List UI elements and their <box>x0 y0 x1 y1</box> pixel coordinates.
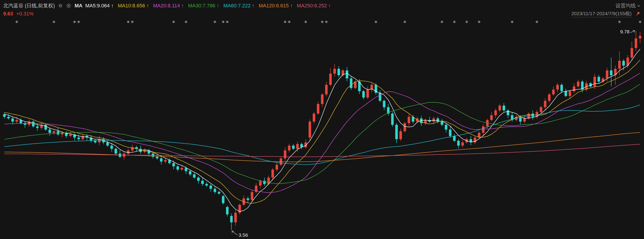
candlestick-chart[interactable]: 3.569.78 <box>0 0 644 239</box>
ma-legend-MA20: MA20:8.114 ↑ <box>153 3 184 9</box>
ma-legend-MA5: MA5:9.064 ↑ <box>85 3 114 9</box>
ma-legend-MA60: MA60:7.222 ↑ <box>223 3 254 9</box>
pin-icon[interactable] <box>635 11 641 17</box>
high-price-label: 9.78 <box>620 29 630 34</box>
close-circle-icon[interactable] <box>66 3 72 9</box>
low-price-label: 3.56 <box>238 232 248 237</box>
change-percent: +0.31% <box>16 11 34 17</box>
ma-line-MA120 <box>4 132 640 162</box>
date-range[interactable]: 2023/11/17-2024/7/9(155根) <box>572 10 632 17</box>
price-annotations: 3.569.78 <box>232 29 635 237</box>
ma-line-MA5 <box>4 49 640 211</box>
ma-legend: MA5:9.064 ↑MA10:8.656 ↑MA20:8.114 ↑MA30:… <box>85 3 331 9</box>
ma-legend-MA250: MA250:6.252 ↑ <box>297 3 331 9</box>
ma-legend-MA10: MA10:8.656 ↑ <box>118 3 149 9</box>
ma-line-MA10 <box>4 60 640 203</box>
chart-header: 北汽蓝谷 (日线,前复权) MA MA5:9.064 ↑MA10:8.656 ↑… <box>3 2 641 10</box>
stock-name: 北汽蓝谷 <box>3 2 24 9</box>
chevron-down-icon <box>637 4 641 8</box>
chart-type-label: (日线,前复权) <box>25 2 55 9</box>
ma-legend-MA30: MA30:7.786 ↑ <box>188 3 219 9</box>
ma-line-MA250 <box>4 144 640 157</box>
ma-settings-label: 设置均线 <box>616 2 636 9</box>
kline-window: 3.569.78 北汽蓝谷 (日线,前复权) MA MA5:9.064 ↑MA1… <box>0 0 644 239</box>
last-price: 9.63 <box>3 11 13 17</box>
ma-legend-MA120: MA120:6.615 ↑ <box>259 3 293 9</box>
ma-line-MA20 <box>4 73 640 192</box>
grid-lines <box>0 24 644 232</box>
gear-icon[interactable] <box>58 3 63 9</box>
ma-settings-button[interactable]: 设置均线 <box>616 2 641 9</box>
ma-label: MA <box>75 3 82 9</box>
ma-line-MA60 <box>4 105 640 165</box>
candles[interactable] <box>3 31 642 230</box>
event-markers <box>16 21 642 23</box>
chart-subheader: 9.63 +0.31% 2023/11/17-2024/7/9(155根) <box>3 11 641 17</box>
